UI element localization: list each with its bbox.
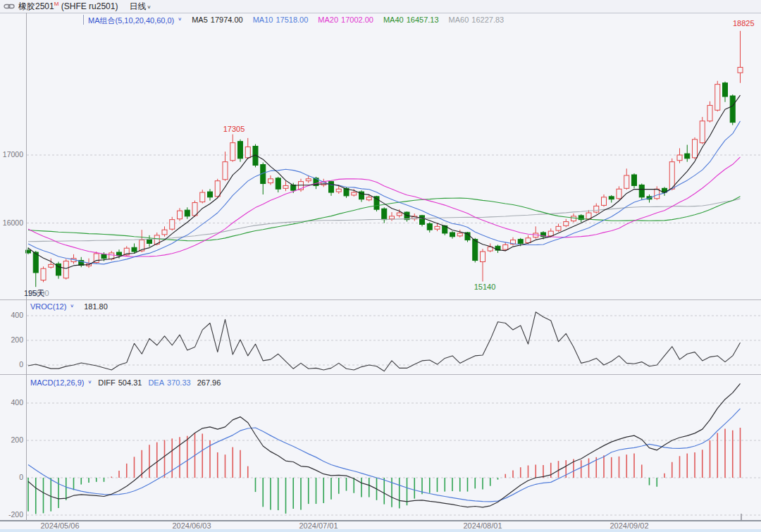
macd-tick-400: 400	[0, 398, 23, 407]
peak-price-label: 17305	[218, 125, 249, 133]
chevron-down-icon: ∨	[87, 379, 92, 386]
chevron-down-icon: ∨	[178, 17, 182, 25]
ma60-name: MA60	[449, 16, 469, 26]
dea-value: 370.33	[167, 378, 191, 387]
bars-count-label: 195天	[24, 288, 44, 299]
ma10-legend: MA1017518.00	[253, 16, 309, 26]
vroc-dropdown[interactable]: VROC(12)∨	[30, 302, 74, 311]
ma-legend-row: MA组合(5,10,20,40,60,0)∨ MA517974.00 MA101…	[88, 16, 504, 26]
macd-hist-value: 267.96	[197, 378, 221, 387]
horizontal-scrollbar[interactable]	[0, 529, 761, 532]
vroc-tick-0: 0	[0, 360, 23, 369]
vroc-tick-400: 400	[0, 311, 23, 319]
diff-value: 504.31	[118, 378, 142, 387]
market-flag: M	[54, 1, 59, 7]
price-tick-16000: 16000	[0, 218, 23, 227]
chevron-down-icon: ∨	[70, 303, 74, 310]
ma-group-dropdown[interactable]: MA组合(5,10,20,40,60,0)∨	[88, 16, 182, 26]
macd-diff-legend: DIFF504.31	[98, 378, 142, 387]
macd-dea-legend: DEA370.33	[148, 378, 190, 387]
ma5-legend: MA517974.00	[192, 16, 243, 26]
macd-dropdown[interactable]: MACD(12,26,9)∨	[30, 378, 92, 387]
period-selector[interactable]: 日线∨	[129, 1, 151, 13]
ma20-value: 17002.00	[341, 16, 373, 26]
macd-tick-0: 0	[0, 473, 23, 481]
vroc-label: VROC(12)	[30, 302, 66, 311]
ma10-value: 17518.00	[276, 16, 308, 26]
ma60-legend: MA6016227.83	[449, 16, 505, 26]
instrument-name: 橡胶2501	[18, 1, 54, 11]
ma40-name: MA40	[383, 16, 404, 26]
vroc-tick-200: 200	[0, 335, 23, 344]
chevron-down-icon: ∨	[147, 4, 151, 9]
vroc-value: 181.80	[84, 302, 108, 311]
max-price-label: 18825	[733, 19, 755, 27]
macd-label: MACD(12,26,9)	[30, 378, 84, 387]
price-tick-17000: 17000	[0, 150, 23, 159]
ma40-legend: MA4016457.13	[383, 16, 439, 26]
ma20-legend: MA2017002.00	[318, 16, 373, 26]
diff-name: DIFF	[98, 378, 115, 387]
trading-app-window: 橡胶2501M (SHFE ru2501) 日线∨ MA组合(5,10,20,4…	[0, 0, 761, 532]
chain-link-icon	[4, 3, 15, 10]
vroc-header-row: VROC(12)∨ 181.80	[30, 302, 108, 311]
macd-tick-n200: -200	[0, 510, 23, 519]
instrument-title[interactable]: 橡胶2501M (SHFE ru2501)	[18, 1, 118, 13]
ma5-name: MA5	[192, 16, 208, 26]
period-label: 日线	[129, 1, 146, 11]
ma60-value: 16227.83	[471, 16, 504, 26]
chart-canvas[interactable]	[0, 0, 761, 532]
min-price-label: 15140	[469, 283, 500, 291]
macd-tick-200: 200	[0, 435, 23, 444]
dea-name: DEA	[148, 378, 164, 387]
macd-header-row: MACD(12,26,9)∨ DIFF504.31 DEA370.33 267.…	[30, 378, 221, 387]
ma5-value: 17974.00	[211, 16, 243, 26]
title-bar: 橡胶2501M (SHFE ru2501) 日线∨	[0, 0, 761, 13]
ma20-name: MA20	[318, 16, 338, 26]
instrument-code: (SHFE ru2501)	[61, 1, 118, 11]
ma-group-label: MA组合(5,10,20,40,60,0)	[88, 16, 174, 26]
ma40-value: 16457.13	[407, 16, 439, 26]
ma10-name: MA10	[253, 16, 273, 26]
